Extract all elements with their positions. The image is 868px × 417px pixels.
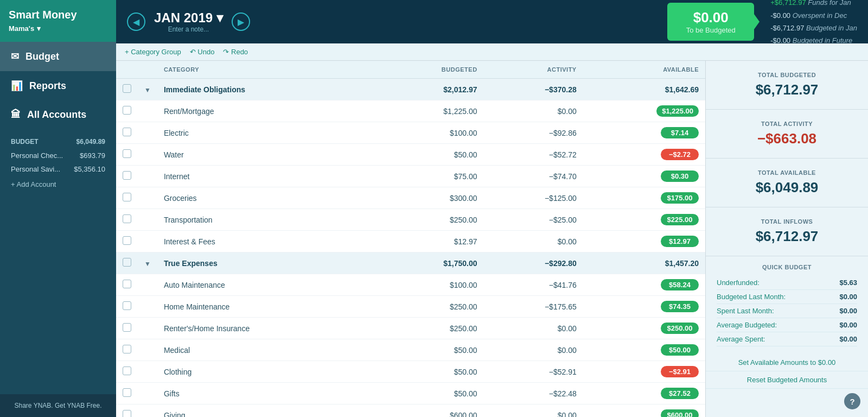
- undo-button[interactable]: ↶ Undo: [190, 48, 215, 56]
- row-checkbox[interactable]: [123, 106, 131, 115]
- budget-header[interactable]: BUDGET $6,049.89: [9, 135, 107, 149]
- app-title[interactable]: Smart Money Mama's ▾: [0, 0, 116, 42]
- row-checkbox[interactable]: [123, 323, 131, 332]
- row-budgeted-cell: $250.00: [376, 209, 483, 231]
- funds-value: +$6,712.97: [770, 0, 806, 7]
- share-banner[interactable]: Share YNAB. Get YNAB Free.: [0, 394, 116, 417]
- table-row[interactable]: Water $50.00 −$52.72 −$2.72: [116, 144, 705, 166]
- reset-budgeted-action[interactable]: Reset Budgeted Amounts: [706, 371, 868, 389]
- row-checkbox[interactable]: [123, 367, 131, 375]
- row-expand-cell: [138, 209, 157, 231]
- table-row[interactable]: Giving $600.00 $0.00 $600.00: [116, 405, 705, 418]
- row-expand-cell: [138, 231, 157, 252]
- budget-table: CATEGORY BUDGETED ACTIVITY AVAILABLE ▼ I…: [116, 61, 705, 417]
- group-checkbox[interactable]: [123, 258, 131, 267]
- next-month-button[interactable]: ▶: [232, 12, 250, 31]
- total-budgeted-label: TOTAL BUDGETED: [717, 72, 857, 78]
- sidebar-item-budget[interactable]: ✉ Budget: [0, 42, 116, 71]
- account-name-savings: Personal Savi...: [11, 165, 60, 173]
- help-button[interactable]: ?: [844, 393, 860, 409]
- table-row[interactable]: Internet $75.00 −$74.70 $0.30: [116, 166, 705, 187]
- row-checkbox[interactable]: [123, 128, 131, 136]
- row-checkbox[interactable]: [123, 171, 131, 180]
- row-budgeted-cell: $12.97: [376, 231, 483, 252]
- row-checkbox-cell: [116, 318, 138, 339]
- table-row[interactable]: Medical $50.00 $0.00 $50.00: [116, 339, 705, 361]
- row-checkbox[interactable]: [123, 345, 131, 353]
- row-checkbox[interactable]: [123, 193, 131, 201]
- header: ◀ JAN 2019 ▾ Enter a note... ▶ $0.00 To …: [116, 0, 868, 43]
- row-checkbox[interactable]: [123, 410, 131, 417]
- row-budgeted-cell: $100.00: [376, 122, 483, 144]
- quick-budget-item[interactable]: Average Spent:$0.00: [717, 332, 857, 346]
- row-available-cell: −$2.72: [583, 144, 705, 166]
- available-badge: $12.97: [661, 236, 699, 247]
- col-activity: ACTIVITY: [484, 61, 583, 79]
- group-expand-icon[interactable]: ▼: [144, 260, 151, 268]
- add-category-group-button[interactable]: + Category Group: [125, 48, 181, 56]
- table-row[interactable]: Transportation $250.00 −$25.00 $225.00: [116, 209, 705, 231]
- group-checkbox-cell: [116, 79, 138, 100]
- sidebar-item-all-accounts[interactable]: 🏛 All Accounts: [0, 100, 116, 129]
- all-accounts-icon: 🏛: [11, 109, 21, 121]
- app-title-line1: Smart Money: [9, 8, 107, 22]
- overspent-value: -$0.00: [770, 11, 790, 20]
- col-available: AVAILABLE: [583, 61, 705, 79]
- row-checkbox[interactable]: [123, 214, 131, 223]
- redo-button[interactable]: ↷ Redo: [223, 48, 248, 56]
- quick-budget-item[interactable]: Average Budgeted:$0.00: [717, 318, 857, 332]
- row-budgeted-cell: $300.00: [376, 187, 483, 209]
- group-activity-cell: −$370.28: [484, 79, 583, 100]
- row-activity-cell: −$175.65: [484, 296, 583, 318]
- table-row[interactable]: Gifts $50.00 −$22.48 $27.52: [116, 383, 705, 405]
- table-row[interactable]: Rent/Mortgage $1,225.00 $0.00 $1,225.00: [116, 100, 705, 122]
- sidebar-item-reports-label: Reports: [29, 80, 66, 92]
- note-input[interactable]: Enter a note...: [154, 26, 223, 33]
- row-expand-cell: [138, 187, 157, 209]
- group-expand-icon[interactable]: ▼: [144, 86, 151, 94]
- table-row[interactable]: Home Maintenance $250.00 −$175.65 $74.35: [116, 296, 705, 318]
- row-budgeted-cell: $75.00: [376, 166, 483, 187]
- quick-budget-item[interactable]: Budgeted Last Month:$0.00: [717, 290, 857, 304]
- quick-budget-item[interactable]: Spent Last Month:$0.00: [717, 304, 857, 318]
- row-checkbox[interactable]: [123, 236, 131, 245]
- account-item-checking[interactable]: Personal Chec... $693.79: [9, 149, 107, 162]
- group-checkbox[interactable]: [123, 84, 131, 93]
- table-row[interactable]: Interest & Fees $12.97 $0.00 $12.97: [116, 231, 705, 252]
- available-badge: $74.35: [661, 301, 699, 312]
- row-available-cell: $225.00: [583, 209, 705, 231]
- set-available-action[interactable]: Set Available Amounts to $0.00: [706, 354, 868, 371]
- to-budget-box: $0.00 To be Budgeted: [667, 3, 754, 41]
- sidebar-item-all-accounts-label: All Accounts: [27, 109, 86, 121]
- table-row[interactable]: Auto Maintenance $100.00 −$41.76 $58.24: [116, 274, 705, 296]
- quick-budget-item[interactable]: Underfunded:$5.63: [717, 276, 857, 290]
- group-budgeted-cell: $1,750.00: [376, 252, 483, 274]
- available-badge: −$2.72: [661, 149, 699, 160]
- group-row[interactable]: ▼ Immediate Obligations $2,012.97 −$370.…: [116, 79, 705, 100]
- row-expand-cell: [138, 339, 157, 361]
- total-budgeted-value: $6,712.97: [717, 81, 857, 98]
- account-balance-savings: $5,356.10: [74, 165, 105, 173]
- add-account-button[interactable]: + Add Account: [9, 176, 107, 193]
- sidebar-item-reports[interactable]: 📊 Reports: [0, 71, 116, 100]
- prev-month-button[interactable]: ◀: [127, 12, 145, 31]
- table-row[interactable]: Clothing $50.00 −$52.91 −$2.91: [116, 361, 705, 383]
- row-checkbox[interactable]: [123, 301, 131, 310]
- table-row[interactable]: Electric $100.00 −$92.86 $7.14: [116, 122, 705, 144]
- table-row[interactable]: Renter's/Home Insurance $250.00 $0.00 $2…: [116, 318, 705, 339]
- available-badge: $175.00: [661, 192, 699, 204]
- row-category-cell: Internet: [157, 166, 376, 187]
- group-row[interactable]: ▼ True Expenses $1,750.00 −$292.80 $1,45…: [116, 252, 705, 274]
- row-checkbox-cell: [116, 122, 138, 144]
- row-checkbox[interactable]: [123, 149, 131, 158]
- budget-table-area[interactable]: CATEGORY BUDGETED ACTIVITY AVAILABLE ▼ I…: [116, 61, 705, 417]
- account-item-savings[interactable]: Personal Savi... $5,356.10: [9, 162, 107, 176]
- row-checkbox-cell: [116, 100, 138, 122]
- row-checkbox[interactable]: [123, 388, 131, 397]
- qb-item-label: Spent Last Month:: [717, 307, 774, 315]
- row-checkbox[interactable]: [123, 280, 131, 288]
- add-account-label: + Add Account: [11, 180, 56, 188]
- table-row[interactable]: Groceries $300.00 −$125.00 $175.00: [116, 187, 705, 209]
- row-available-cell: $1,225.00: [583, 100, 705, 122]
- row-expand-cell: [138, 274, 157, 296]
